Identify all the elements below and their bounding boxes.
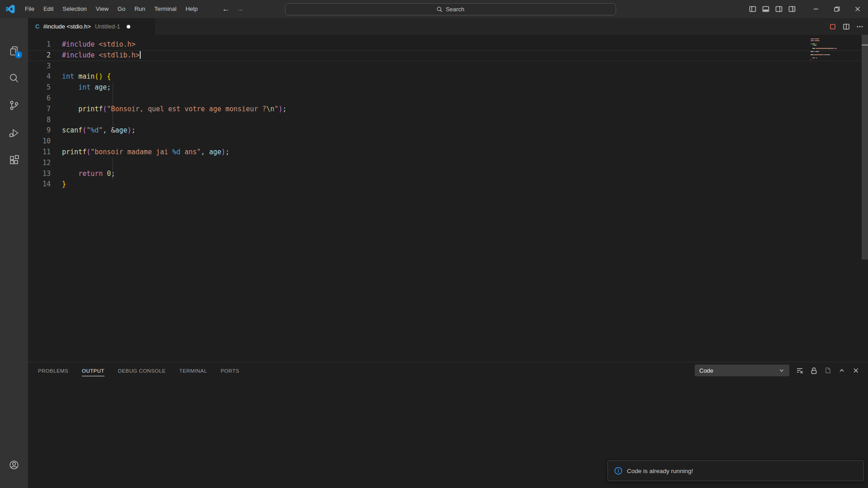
menu-go[interactable]: Go [113, 3, 130, 15]
scrollbar-slider[interactable] [862, 35, 868, 260]
chevron-down-icon [778, 367, 785, 374]
info-icon [614, 467, 622, 475]
line-number: 9 [28, 125, 51, 136]
open-output-in-editor-icon[interactable] [824, 367, 831, 374]
lock-scroll-icon[interactable] [810, 367, 817, 374]
source-control-icon[interactable] [9, 100, 19, 111]
text-cursor [140, 51, 141, 59]
search-placeholder: Search [446, 6, 464, 13]
line-number: 6 [28, 93, 51, 104]
split-editor-icon[interactable] [843, 23, 850, 30]
menubar: FileEditSelectionViewGoRunTerminalHelp [20, 0, 202, 18]
code-line-9[interactable]: 9scanf("%d", &age); [28, 125, 868, 136]
menu-help[interactable]: Help [181, 3, 202, 15]
modified-dot-icon[interactable] [127, 25, 130, 28]
customize-layout-icon[interactable] [788, 5, 796, 13]
line-number: 14 [28, 179, 51, 190]
notification-message: Code is already running! [627, 468, 693, 474]
toggle-sidebar-icon[interactable] [749, 5, 756, 13]
stop-run-icon[interactable] [829, 23, 836, 30]
toggle-panel-icon[interactable] [762, 5, 769, 13]
c-file-icon: C [35, 23, 39, 30]
tab-untitled-1[interactable]: C #include <stdio.h> Untitled-1 [28, 18, 155, 35]
panel-tab-debug-console[interactable]: DEBUG CONSOLE [118, 365, 166, 376]
menu-selection[interactable]: Selection [58, 3, 91, 15]
line-number: 11 [28, 147, 51, 158]
overview-ruler-cursor-mark [862, 44, 868, 46]
code-line-13[interactable]: 13 return 0; [28, 169, 868, 180]
minimap[interactable] [810, 38, 842, 66]
output-channel-value: Code [699, 367, 713, 374]
run-debug-icon[interactable] [9, 128, 19, 138]
tab-title: #include <stdio.h> [43, 23, 91, 30]
panel-tab-ports[interactable]: PORTS [221, 365, 239, 376]
code-line-3[interactable]: 3 [28, 61, 868, 72]
code-line-6[interactable]: 6 [28, 93, 868, 104]
menu-run[interactable]: Run [130, 3, 150, 15]
vscode-logo-icon [6, 5, 15, 14]
panel-tab-output[interactable]: OUTPUT [82, 365, 104, 376]
code-editor[interactable]: 1#include <stdio.h>2#include <stdlib.h>3… [28, 35, 868, 362]
line-number: 13 [28, 169, 51, 180]
line-number: 7 [28, 104, 51, 115]
code-line-14[interactable]: 14} [28, 179, 868, 190]
line-number: 1 [28, 39, 51, 50]
clear-output-icon[interactable] [796, 367, 803, 374]
code-line-12[interactable]: 12 [28, 158, 868, 169]
line-number: 8 [28, 115, 51, 126]
editor-tab-bar: C #include <stdio.h> Untitled-1 [28, 18, 868, 35]
line-number: 4 [28, 71, 51, 82]
code-line-8[interactable]: 8 [28, 115, 868, 126]
code-line-5[interactable]: 5 int age; [28, 82, 868, 93]
menu-edit[interactable]: Edit [39, 3, 58, 15]
tab-secondary-label: Untitled-1 [95, 23, 120, 30]
line-number: 3 [28, 61, 51, 72]
nav-arrows: ← → [222, 5, 244, 14]
close-panel-icon[interactable] [852, 367, 859, 374]
notification-toast[interactable]: Code is already running! [607, 460, 864, 481]
code-line-1[interactable]: 1#include <stdio.h> [28, 39, 868, 50]
code-line-11[interactable]: 11printf("bonsoir madame jai %d ans", ag… [28, 147, 868, 158]
code-line-4[interactable]: 4int main() { [28, 71, 868, 82]
menu-file[interactable]: File [20, 3, 39, 15]
explorer-badge: 1 [15, 51, 22, 58]
close-button[interactable] [847, 0, 868, 18]
toggle-secondary-sidebar-icon[interactable] [775, 5, 783, 13]
search-icon [436, 6, 443, 13]
activity-bar: 1 [0, 18, 28, 488]
maximize-panel-icon[interactable] [838, 367, 845, 374]
titlebar: FileEditSelectionViewGoRunTerminalHelp ←… [0, 0, 868, 18]
line-number: 2 [28, 50, 51, 61]
code-line-2[interactable]: 2#include <stdlib.h> [28, 50, 868, 61]
editor-scrollbar[interactable] [862, 35, 868, 362]
restore-button[interactable] [826, 0, 847, 18]
back-arrow-icon[interactable]: ← [222, 5, 230, 14]
minimize-button[interactable] [806, 0, 826, 18]
forward-arrow-icon[interactable]: → [236, 5, 244, 14]
line-number: 12 [28, 158, 51, 169]
output-channel-select[interactable]: Code [695, 365, 789, 376]
menu-view[interactable]: View [91, 3, 113, 15]
line-number: 10 [28, 136, 51, 147]
command-center-search[interactable]: Search [285, 3, 616, 15]
extensions-icon[interactable] [9, 155, 19, 166]
explorer-icon[interactable]: 1 [9, 46, 19, 57]
panel-tab-terminal[interactable]: TERMINAL [179, 365, 207, 376]
line-number: 5 [28, 82, 51, 93]
more-actions-icon[interactable] [856, 23, 863, 30]
panel-tab-problems[interactable]: PROBLEMS [38, 365, 68, 376]
menu-terminal[interactable]: Terminal [150, 3, 181, 15]
account-icon[interactable] [9, 460, 19, 470]
code-line-10[interactable]: 10 [28, 136, 868, 147]
search-sidebar-icon[interactable] [9, 73, 19, 84]
code-line-7[interactable]: 7 printf("Bonsoir, quel est votre age mo… [28, 104, 868, 115]
